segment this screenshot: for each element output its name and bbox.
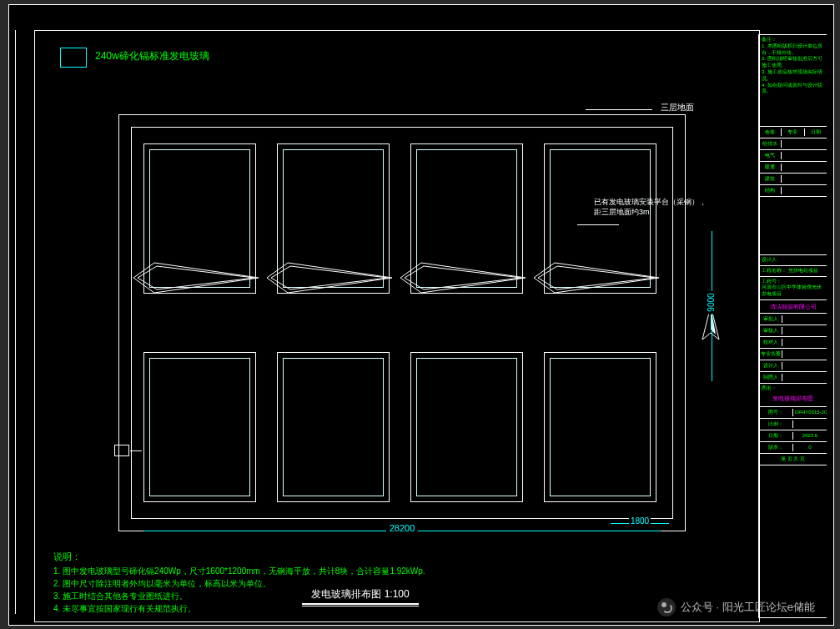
td: DFHY0015-JGC002 — [793, 410, 827, 415]
th: 会签 — [759, 128, 782, 136]
td: 审核人 — [759, 327, 782, 335]
td: 日期： — [759, 432, 793, 440]
tb-designer: 设计人 — [759, 255, 827, 266]
td: 暖通 — [759, 164, 782, 171]
legend-label: 240w碲化镉标准发电玻璃 — [95, 49, 209, 63]
tb-company: 清洁能源有限公司 — [759, 300, 827, 314]
td: 结构 — [759, 187, 782, 194]
th: 日期 — [805, 128, 827, 136]
th: 专业 — [782, 128, 804, 136]
td: 制图人 — [759, 374, 782, 381]
callout-line1: 已有发电玻璃安装平台（采钢）， — [594, 198, 711, 208]
note-item: 1. 图中发电玻璃型号碲化镉240Wp，尺寸1600*1200mm，无钢海平放，… — [53, 565, 425, 577]
dim-value: 9000 — [707, 290, 716, 314]
panel-column-3 — [410, 143, 523, 502]
td: 版本： — [759, 444, 793, 451]
tb-meta: 图号：DFHY0015-JGC002 比例： 日期：2023.6 版本：0 第 … — [759, 407, 827, 465]
dimension-horizontal: 28200 — [143, 523, 661, 538]
title-block: 备注： 1. 本图纸版权归设计单位所有，不得外传。 2. 图纸须经审核批准后方可… — [758, 34, 827, 618]
panel-column-2 — [277, 143, 390, 502]
lbl: 工程号： — [762, 279, 782, 284]
td: 校对人 — [759, 339, 782, 346]
td: 第 页 共 页 — [759, 455, 827, 463]
dimension-segment: 1800 — [611, 516, 669, 530]
tb-logo-area — [759, 197, 827, 255]
tb-notes: 备注： 1. 本图纸版权归设计单位所有，不得外传。 2. 图纸须经审核批准后方可… — [759, 35, 827, 127]
td: 比例： — [759, 420, 793, 428]
section-marker — [114, 445, 129, 456]
watermark-text: 公众号 · 阳光工匠论坛e储能 — [681, 600, 815, 615]
pv-panel — [277, 143, 390, 294]
lbl: 图名： — [762, 385, 777, 390]
leader-line — [577, 224, 619, 225]
note-item: 4. 未尽事宜按国家现行有关规范执行。 — [53, 602, 425, 615]
tb-signatures: 审批人 审核人 校对人 专业负责 设计人 制图人 — [759, 314, 827, 384]
tb-dwg-name: 图名： 发电玻璃排布图 — [759, 384, 827, 407]
td: 图号： — [759, 409, 793, 416]
pv-panel — [277, 352, 390, 502]
td: 0 — [793, 445, 827, 450]
note-item: 3. 施工时结合其他各专业图纸进行。 — [53, 590, 425, 602]
val: 河源市山区中学体验馆光伏发电项目 — [762, 284, 822, 296]
tb-notes-body: 1. 本图纸版权归设计单位所有，不得外传。 2. 图纸须经审核批准后方可施工使用… — [762, 43, 824, 95]
td: 设计人 — [759, 362, 782, 370]
tb-project-name: 工程名称： 光伏电站项目 — [759, 266, 827, 277]
adjacent-sheet-edge — [9, 30, 16, 614]
pv-panel — [143, 352, 256, 502]
val: 光伏电站项目 — [788, 268, 818, 273]
td: 审批人 — [759, 315, 782, 323]
dim-value: 28200 — [386, 523, 419, 533]
panel-column-1 — [143, 143, 256, 502]
pv-panel — [410, 352, 523, 502]
tb-subproject: 工程号： 河源市山区中学体验馆光伏发电项目 — [759, 277, 827, 300]
tb-signoff-header: 会签 专业 日期 — [759, 127, 827, 138]
panel-array — [143, 143, 661, 502]
td: 给排水 — [759, 140, 782, 148]
plan-drawing: 三层地面 — [93, 98, 702, 531]
platform-callout: 已有发电玻璃安装平台（采钢）， 距三层地面约3m — [594, 198, 711, 217]
callout-line2: 距三层地面约3m — [594, 208, 711, 218]
td: 2023.6 — [793, 433, 827, 438]
watermark: 公众号 · 阳光工匠论坛e储能 — [657, 598, 815, 616]
legend-swatch — [60, 48, 87, 68]
dimension-vertical: 9000 — [704, 231, 719, 381]
dim-value: 1800 — [629, 516, 651, 526]
wechat-icon — [657, 598, 676, 616]
general-notes: 说明： 1. 图中发电玻璃型号碲化镉240Wp，尺寸1600*1200mm，无钢… — [53, 550, 425, 616]
roof-level-label: 三层地面 — [661, 102, 694, 113]
val: 发电玻璃排布图 — [762, 392, 824, 405]
td: 专业负责 — [759, 350, 782, 358]
lbl: 工程名称： — [762, 268, 787, 273]
pv-panel — [143, 143, 256, 294]
td: 电气 — [759, 152, 782, 159]
leader-line — [586, 109, 652, 110]
tb-discipline-table: 给排水 电气 暖通 建筑 结构 — [759, 138, 827, 197]
note-item: 2. 图中尺寸除注明者外均以毫米为单位，标高以米为单位。 — [53, 577, 425, 590]
pv-panel — [544, 352, 656, 502]
td: 建筑 — [759, 175, 782, 183]
pv-panel — [544, 143, 656, 294]
cad-canvas[interactable]: 240w碲化镉标准发电玻璃 三层地面 — [8, 4, 834, 626]
drawing-frame: 240w碲化镉标准发电玻璃 三层地面 — [34, 30, 760, 622]
tb-notes-heading: 备注： — [762, 37, 824, 43]
pv-panel — [410, 143, 523, 294]
notes-heading: 说明： — [53, 550, 425, 564]
